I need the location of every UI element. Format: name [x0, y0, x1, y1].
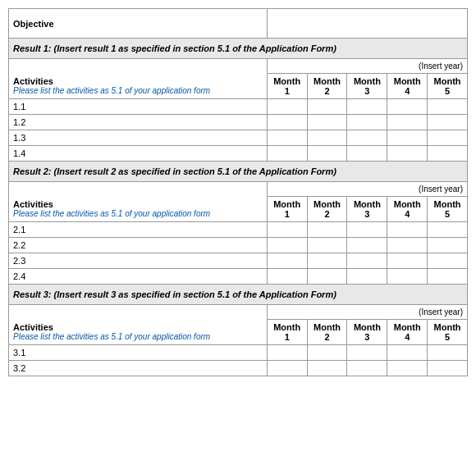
- workplan-table: Objective Result 1: (Insert result 1 as …: [8, 8, 468, 376]
- month-1-header-3: Month 1: [267, 320, 307, 345]
- month-4-header-3: Month 4: [387, 320, 428, 345]
- month-5-header-2: Month 5: [428, 197, 468, 222]
- result-3-row-1: 3.1: [9, 345, 468, 361]
- result-1-label: Result 1: (Insert result 1 as specified …: [9, 39, 468, 59]
- result-2-row-2: 2.2: [9, 238, 468, 253]
- month-1-header-1: Month 1: [267, 74, 307, 99]
- activities-sublabel-1: Please list the activities as 5.1 of you…: [13, 86, 263, 95]
- month-4-header-1: Month 4: [387, 74, 428, 99]
- row-label-3-2: 3.2: [9, 361, 268, 376]
- activities-sublabel-2: Please list the activities as 5.1 of you…: [13, 209, 263, 218]
- insert-year-row-2: (Insert year): [9, 182, 468, 197]
- month-1-header-2: Month 1: [267, 197, 307, 222]
- month-3-header-2: Month 3: [347, 197, 387, 222]
- row-label-1-1: 1.1: [9, 99, 268, 115]
- objective-label: Objective: [9, 9, 268, 39]
- activities-label-3: Activities: [13, 322, 263, 332]
- month-4-header-2: Month 4: [387, 197, 428, 222]
- result-3-row-2: 3.2: [9, 361, 468, 376]
- result-3-row: Result 3: (Insert result 3 as specified …: [9, 285, 468, 305]
- month-2-header-2: Month 2: [307, 197, 347, 222]
- result-1-row-3: 1.3: [9, 130, 468, 146]
- result-2-row: Result 2: (Insert result 2 as specified …: [9, 162, 468, 182]
- result-2-label: Result 2: (Insert result 2 as specified …: [9, 162, 468, 182]
- result-2-row-1: 2.1: [9, 222, 468, 238]
- activities-sublabel-3: Please list the activities as 5.1 of you…: [13, 332, 263, 341]
- objective-value: [267, 9, 467, 39]
- insert-year-row-3: (Insert year): [9, 305, 468, 320]
- row-label-2-1: 2.1: [9, 222, 268, 238]
- insert-year-row-1: (Insert year): [9, 59, 468, 74]
- result-1-row-1: 1.1: [9, 99, 468, 115]
- result-1-row-2: 1.2: [9, 115, 468, 130]
- month-5-header-3: Month 5: [428, 320, 468, 345]
- row-label-2-2: 2.2: [9, 238, 268, 253]
- result-3-label: Result 3: (Insert result 3 as specified …: [9, 285, 468, 305]
- result-2-row-3: 2.3: [9, 253, 468, 269]
- activities-header-row-3: Activities Please list the activities as…: [9, 320, 468, 345]
- activities-label-2: Activities: [13, 199, 263, 209]
- month-3-header-1: Month 3: [347, 74, 387, 99]
- objective-row: Objective: [9, 9, 468, 39]
- month-2-header-1: Month 2: [307, 74, 347, 99]
- insert-year-3: (Insert year): [267, 305, 467, 320]
- insert-year-2: (Insert year): [267, 182, 467, 197]
- activities-label-1: Activities: [13, 76, 263, 86]
- row-label-1-4: 1.4: [9, 146, 268, 162]
- month-5-header-1: Month 5: [428, 74, 468, 99]
- row-label-1-2: 1.2: [9, 115, 268, 130]
- insert-year-1: (Insert year): [267, 59, 467, 74]
- row-label-2-4: 2.4: [9, 269, 268, 285]
- row-label-2-3: 2.3: [9, 253, 268, 269]
- activities-header-row-2: Activities Please list the activities as…: [9, 197, 468, 222]
- month-2-header-3: Month 2: [307, 320, 347, 345]
- row-label-1-3: 1.3: [9, 130, 268, 146]
- month-3-header-3: Month 3: [347, 320, 387, 345]
- result-1-row-4: 1.4: [9, 146, 468, 162]
- activities-header-row-1: Activities Please list the activities as…: [9, 74, 468, 99]
- result-2-row-4: 2.4: [9, 269, 468, 285]
- row-label-3-1: 3.1: [9, 345, 268, 361]
- result-1-row: Result 1: (Insert result 1 as specified …: [9, 39, 468, 59]
